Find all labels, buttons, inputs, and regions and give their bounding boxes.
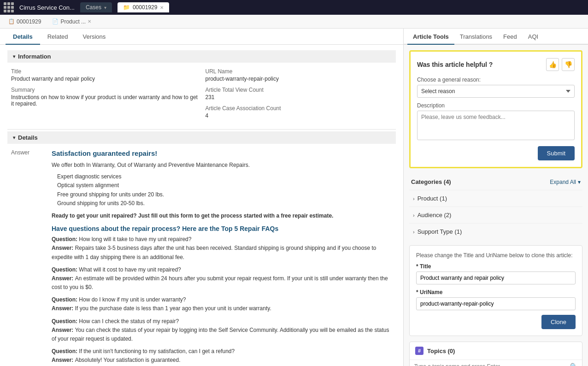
tab-versions[interactable]: Versions xyxy=(75,29,113,45)
sub-tab-product-icon: 📄 xyxy=(52,18,59,24)
article-intro: We offer both In Warranty, Out of Warran… xyxy=(52,161,392,170)
faq-2-q: Question: xyxy=(52,266,79,273)
topics-header: # Topics (0) xyxy=(410,342,582,360)
faq-3-q: Question: xyxy=(52,296,79,303)
sub-tab-case-label: 00001929 xyxy=(17,18,41,25)
view-count-field: Article Total View Count 231 xyxy=(206,87,393,100)
summary-value: Instructions on how to know if your prod… xyxy=(11,94,198,107)
feedback-title-text: Was this article helpful ? xyxy=(417,61,493,68)
feedback-box: Was this article helpful ? 👍 👎 Choose a … xyxy=(409,50,582,168)
case-detail-label: 00001929 xyxy=(133,4,157,11)
url-name-label: URL Name xyxy=(206,68,393,75)
faq-2-a-label: Answer: xyxy=(52,275,75,282)
topics-section: # Topics (0) 🔍 xyxy=(409,342,582,366)
case-close-icon[interactable]: ✕ xyxy=(160,5,164,10)
top-bar: Cirrus Service Con... Cases ▾ 📁 00001929… xyxy=(0,0,588,15)
details-section-label: Details xyxy=(18,134,38,141)
category-support-type[interactable]: › Support Type (1) xyxy=(409,223,582,240)
tab-translations[interactable]: Translations xyxy=(454,29,498,45)
right-panel: Article Tools Translations Feed AQI Was … xyxy=(404,29,588,366)
case-detail-tab[interactable]: 📁 00001929 ✕ xyxy=(118,2,169,12)
clone-description: Please change the Title and UriName belo… xyxy=(416,252,576,259)
category-product-chevron: › xyxy=(413,196,415,201)
description-textarea[interactable] xyxy=(417,111,575,140)
article-body-text: We offer both In Warranty, Out of Warran… xyxy=(52,161,392,208)
sub-tab-close-icon[interactable]: ✕ xyxy=(88,19,91,24)
summary-label: Summary xyxy=(11,87,198,93)
cases-tab-label: Cases xyxy=(86,4,101,11)
information-chevron: ▾ xyxy=(13,54,15,59)
article-title: Satisfaction guaranteed repairs! xyxy=(52,149,392,157)
category-audience-label: Audience (2) xyxy=(417,212,452,218)
faq-1-a-label: Answer: xyxy=(52,245,75,251)
topics-search-input[interactable] xyxy=(414,363,567,366)
tab-article-tools[interactable]: Article Tools xyxy=(407,29,454,45)
cases-tab[interactable]: Cases ▾ xyxy=(80,2,112,12)
tab-aqi[interactable]: AQI xyxy=(523,29,544,45)
faq-4: Question: How can I check the status of … xyxy=(52,317,392,344)
article-body: ▾ Information Title Product warranty and… xyxy=(0,45,403,366)
clone-btn-row: Clone xyxy=(416,315,576,329)
expand-all-chevron: ▾ xyxy=(578,179,581,185)
detail-tabs: Details Related Versions xyxy=(0,29,403,45)
faq-section: Question: How long will it take to have … xyxy=(52,235,392,365)
summary-field: Summary Instructions on how to know if y… xyxy=(11,87,198,107)
article-subtitle: Have questions about the repair process?… xyxy=(52,225,392,232)
title-field: Title Product warranty and repair policy xyxy=(11,68,198,82)
right-tabs: Article Tools Translations Feed AQI xyxy=(404,29,588,45)
bullet-1: Expert diagnostic services xyxy=(52,172,392,181)
information-grid: Title Product warranty and repair policy… xyxy=(7,65,396,127)
bullet-3: Free ground shipping for units under 20 … xyxy=(52,190,392,199)
view-count-label: Article Total View Count xyxy=(206,87,393,93)
case-detail-icon: 📁 xyxy=(123,4,130,11)
reason-select[interactable]: Select reason xyxy=(417,85,575,98)
bullet-2: Optical system alignment xyxy=(52,181,392,190)
faq-2: Question: What will it cost to have my u… xyxy=(52,266,392,292)
faq-5: Question: If the unit isn't functioning … xyxy=(52,347,392,365)
clone-uriname-input[interactable] xyxy=(416,297,576,310)
faq-4-a-label: Answer: xyxy=(52,327,75,333)
tab-related[interactable]: Related xyxy=(40,29,76,45)
information-label: Information xyxy=(18,53,51,60)
faq-4-q: Question: xyxy=(52,318,79,325)
category-support-label: Support Type (1) xyxy=(417,228,462,235)
clone-title-label: * Title xyxy=(416,263,576,270)
expand-all-button[interactable]: Expand All ▾ xyxy=(550,179,581,185)
topics-title: Topics (0) xyxy=(427,348,455,354)
clone-title-input[interactable] xyxy=(416,272,576,284)
title-label: Title xyxy=(11,68,198,75)
app-grid-icon[interactable] xyxy=(4,2,14,12)
case-assoc-field: Article Case Association Count 4 xyxy=(206,105,393,119)
submit-row: Submit xyxy=(417,146,575,160)
clone-uriname-label: * UriName xyxy=(416,289,576,295)
case-assoc-value: 4 xyxy=(206,112,393,119)
info-left: Title Product warranty and repair policy… xyxy=(7,65,202,127)
topic-hash-icon: # xyxy=(415,347,423,355)
category-product[interactable]: › Product (1) xyxy=(409,190,582,207)
thumb-down-button[interactable]: 👎 xyxy=(562,58,575,71)
bullet-4: Ground shipping for units 20-50 lbs. xyxy=(52,199,392,208)
sub-tab-case-icon: 📋 xyxy=(8,18,15,24)
sub-tab-case-num[interactable]: 📋 00001929 xyxy=(4,17,46,27)
clone-button[interactable]: Clone xyxy=(541,315,576,329)
sub-tab-product[interactable]: 📄 Product ... ✕ xyxy=(47,17,96,27)
clone-section: Please change the Title and UriName belo… xyxy=(409,245,582,336)
answer-label: Answer xyxy=(11,149,48,366)
info-right: URL Name product-warranty-repair-policy … xyxy=(202,65,396,127)
submit-button[interactable]: Submit xyxy=(538,146,575,160)
feedback-buttons: 👍 👎 xyxy=(546,58,575,71)
thumb-up-button[interactable]: 👍 xyxy=(546,58,559,71)
answer-row: Answer Satisfaction guaranteed repairs! … xyxy=(7,146,396,366)
details-section-header[interactable]: ▾ Details xyxy=(7,131,396,144)
tab-feed[interactable]: Feed xyxy=(498,29,523,45)
left-panel: Details Related Versions ▾ Information T… xyxy=(0,29,404,366)
tab-details[interactable]: Details xyxy=(6,29,40,45)
category-audience[interactable]: › Audience (2) xyxy=(409,207,582,223)
sub-tab-product-label: Product ... xyxy=(60,18,86,25)
search-icon: 🔍 xyxy=(570,363,577,366)
faq-3-a-label: Answer: xyxy=(52,305,75,312)
article-cta: Ready to get your unit repaired? Just fi… xyxy=(52,212,392,220)
url-name-value: product-warranty-repair-policy xyxy=(206,76,393,82)
information-section-header[interactable]: ▾ Information xyxy=(7,50,396,63)
details-chevron: ▾ xyxy=(13,135,15,140)
